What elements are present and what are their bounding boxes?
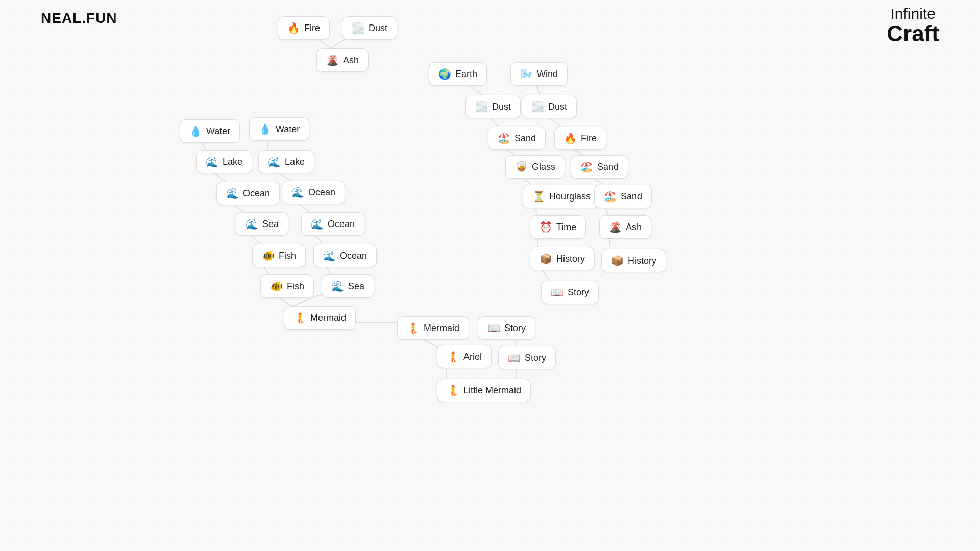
craft-card-lake2[interactable]: 🌊Lake bbox=[258, 150, 314, 173]
card-label-ocean1: Ocean bbox=[243, 188, 270, 199]
craft-card-history1[interactable]: 📦History bbox=[530, 247, 595, 270]
card-label-mermaid2: Mermaid bbox=[424, 323, 459, 334]
craft-card-fish1[interactable]: 🐠Fish bbox=[252, 244, 306, 267]
card-emoji-history1: 📦 bbox=[540, 253, 552, 265]
craft-card-sand1[interactable]: 🏖️Sand bbox=[488, 127, 546, 150]
card-label-glass1: Glass bbox=[532, 162, 555, 172]
craft-card-ocean3[interactable]: 🌊Ocean bbox=[301, 212, 364, 236]
craft-card-ocean1[interactable]: 🌊Ocean bbox=[216, 182, 280, 205]
card-label-mermaid1: Mermaid bbox=[310, 313, 346, 323]
craft-card-sand3[interactable]: 🏖️Sand bbox=[594, 185, 652, 208]
card-label-dust1: Dust bbox=[369, 23, 387, 34]
craft-card-ash2[interactable]: 🌋Ash bbox=[599, 215, 651, 239]
craft-card-little_mermaid1[interactable]: 🧜Little Mermaid bbox=[437, 379, 531, 402]
card-label-sand3: Sand bbox=[621, 191, 642, 202]
card-label-earth1: Earth bbox=[455, 69, 477, 80]
card-label-fire1: Fire bbox=[304, 23, 320, 34]
logo: NEAL.FUN bbox=[41, 10, 117, 27]
card-emoji-fire2: 🔥 bbox=[564, 132, 577, 144]
craft-card-dust2[interactable]: 🌫️Dust bbox=[465, 95, 521, 118]
craft-card-wind1[interactable]: 🌬️Wind bbox=[510, 62, 568, 86]
card-emoji-dust2: 🌫️ bbox=[475, 101, 488, 113]
card-label-story2: Story bbox=[504, 323, 526, 334]
card-label-dust2: Dust bbox=[492, 102, 511, 112]
card-label-ocean3: Ocean bbox=[328, 219, 355, 230]
app-title: Infinite Craft bbox=[887, 5, 939, 45]
card-emoji-history2: 📦 bbox=[611, 255, 624, 267]
card-emoji-hourglass1: ⏳ bbox=[532, 190, 545, 203]
craft-card-earth1[interactable]: 🌍Earth bbox=[429, 62, 487, 86]
card-label-ocean2: Ocean bbox=[308, 187, 335, 198]
card-emoji-glass1: 🥃 bbox=[515, 161, 528, 173]
craft-card-fish2[interactable]: 🐠Fish bbox=[260, 274, 314, 298]
craft-card-sea1[interactable]: 🌊Sea bbox=[236, 212, 288, 236]
card-label-ash1: Ash bbox=[343, 55, 359, 66]
card-emoji-mermaid1: 🧜 bbox=[293, 312, 306, 324]
card-emoji-earth1: 🌍 bbox=[438, 68, 451, 80]
card-emoji-water2: 💧 bbox=[259, 123, 272, 135]
card-label-hourglass1: Hourglass bbox=[549, 191, 591, 202]
craft-card-glass1[interactable]: 🥃Glass bbox=[505, 155, 565, 179]
craft-card-dust3[interactable]: 🌫️Dust bbox=[522, 95, 577, 118]
craft-card-ariel1[interactable]: 🧜Ariel bbox=[437, 345, 492, 368]
craft-card-hourglass1[interactable]: ⏳Hourglass bbox=[523, 185, 600, 208]
craft-card-mermaid1[interactable]: 🧜Mermaid bbox=[284, 306, 356, 330]
craft-card-fire2[interactable]: 🔥Fire bbox=[554, 127, 606, 150]
card-label-history2: History bbox=[628, 256, 656, 266]
craft-card-story1[interactable]: 📖Story bbox=[541, 281, 599, 304]
card-emoji-lake1: 🌊 bbox=[206, 156, 218, 168]
card-label-story1: Story bbox=[568, 287, 589, 298]
card-label-water1: Water bbox=[206, 126, 230, 137]
card-label-lake1: Lake bbox=[223, 157, 242, 167]
craft-card-water2[interactable]: 💧Water bbox=[249, 117, 309, 141]
card-emoji-ariel1: 🧜 bbox=[447, 350, 459, 363]
card-label-sand1: Sand bbox=[514, 133, 536, 144]
card-emoji-time1: ⏰ bbox=[540, 221, 552, 233]
card-label-sea2: Sea bbox=[348, 281, 364, 292]
craft-card-history2[interactable]: 📦History bbox=[601, 249, 666, 272]
card-emoji-mermaid2: 🧜 bbox=[407, 322, 420, 334]
card-label-fish2: Fish bbox=[287, 281, 304, 292]
connection-lines bbox=[0, 0, 980, 551]
card-emoji-fish1: 🐠 bbox=[262, 249, 275, 262]
card-label-fish1: Fish bbox=[279, 251, 296, 261]
card-label-story3: Story bbox=[525, 353, 546, 363]
card-emoji-ash2: 🌋 bbox=[609, 221, 622, 233]
craft-card-dust1[interactable]: 🌫️Dust bbox=[342, 16, 397, 40]
card-emoji-ocean1: 🌊 bbox=[226, 187, 239, 199]
card-emoji-ocean3: 🌊 bbox=[311, 218, 324, 230]
card-label-sea1: Sea bbox=[262, 219, 279, 230]
title-line1: Infinite bbox=[887, 5, 939, 22]
craft-card-ocean4[interactable]: 🌊Ocean bbox=[313, 244, 377, 267]
craft-card-fire1[interactable]: 🔥Fire bbox=[278, 16, 330, 40]
card-emoji-dust3: 🌫️ bbox=[531, 101, 544, 113]
craft-card-sand2[interactable]: 🏖️Sand bbox=[571, 155, 628, 179]
card-label-dust3: Dust bbox=[548, 102, 567, 112]
card-emoji-story2: 📖 bbox=[487, 322, 500, 334]
card-emoji-little_mermaid1: 🧜 bbox=[447, 384, 459, 396]
craft-card-water1[interactable]: 💧Water bbox=[180, 119, 240, 143]
card-label-sand2: Sand bbox=[597, 162, 619, 172]
card-emoji-fish2: 🐠 bbox=[270, 280, 283, 292]
card-label-ash2: Ash bbox=[626, 222, 642, 233]
card-label-ariel1: Ariel bbox=[463, 352, 482, 362]
card-emoji-sea1: 🌊 bbox=[246, 218, 258, 230]
craft-card-lake1[interactable]: 🌊Lake bbox=[196, 150, 252, 173]
craft-card-story3[interactable]: 📖Story bbox=[498, 346, 556, 369]
craft-card-time1[interactable]: ⏰Time bbox=[530, 215, 586, 239]
card-emoji-ash1: 🌋 bbox=[326, 54, 339, 66]
craft-card-ocean2[interactable]: 🌊Ocean bbox=[282, 181, 345, 204]
card-emoji-story1: 📖 bbox=[551, 286, 564, 298]
craft-card-mermaid2[interactable]: 🧜Mermaid bbox=[397, 316, 469, 340]
card-emoji-ocean2: 🌊 bbox=[291, 186, 304, 198]
card-label-water2: Water bbox=[276, 124, 300, 135]
card-label-little_mermaid1: Little Mermaid bbox=[463, 385, 521, 396]
craft-card-sea2[interactable]: 🌊Sea bbox=[322, 274, 374, 298]
card-emoji-fire1: 🔥 bbox=[287, 22, 300, 34]
card-emoji-wind1: 🌬️ bbox=[520, 68, 533, 80]
card-emoji-dust1: 🌫️ bbox=[352, 22, 364, 34]
title-line2: Craft bbox=[887, 22, 939, 45]
craft-card-story2[interactable]: 📖Story bbox=[478, 316, 535, 340]
card-label-wind1: Wind bbox=[537, 69, 558, 80]
craft-card-ash1[interactable]: 🌋Ash bbox=[316, 48, 369, 72]
